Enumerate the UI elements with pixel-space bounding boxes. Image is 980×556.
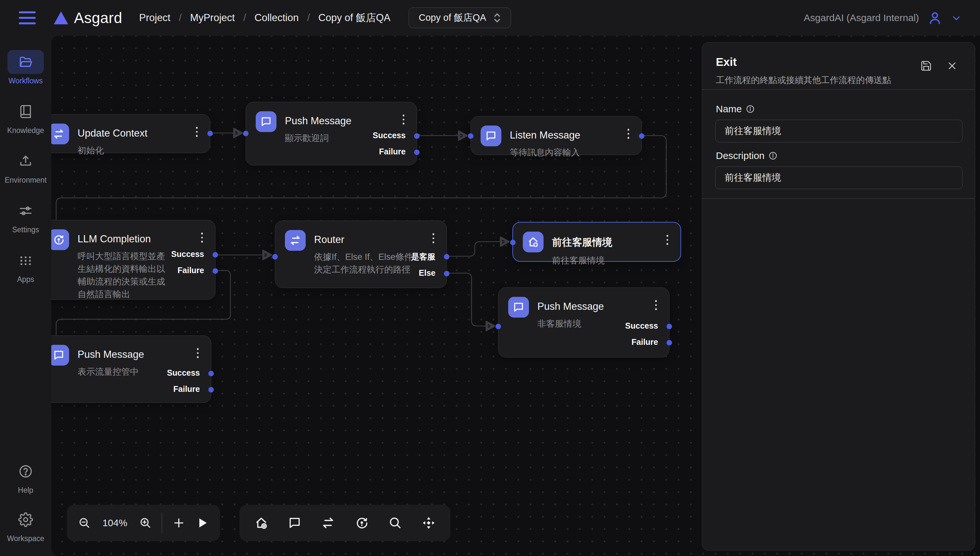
message-bubble-icon [480,126,501,146]
edge-router-iskefu-exit[interactable] [447,242,507,256]
input-port[interactable] [495,324,501,329]
node-menu-button[interactable] [200,231,204,244]
breadcrumb-collection[interactable]: Collection [254,12,299,24]
node-llm-completion[interactable]: LLM Completion 呼叫大型語言模型並產生結構化的資料輸出以輔助流程的… [51,220,215,300]
output-port[interactable] [207,131,213,136]
node-title: Router [314,230,416,246]
info-icon[interactable] [746,105,755,113]
swap-arrows-icon [285,230,306,251]
message-bubble-icon [256,111,277,132]
breadcrumb-separator: / [179,12,182,24]
output-port-failure[interactable] [414,150,420,155]
updown-chevrons-icon [493,12,501,23]
book-icon [8,100,44,124]
node-subtitle: 呼叫大型語言模型並產生結構化的資料輸出以輔助流程的決策或生成自然語言輸出 [78,250,172,301]
breadcrumb-separator: / [307,12,310,24]
close-icon[interactable] [946,60,958,72]
breadcrumb-myproject[interactable]: MyProject [190,12,235,24]
breadcrumb-project[interactable]: Project [139,12,170,24]
zoom-in-button[interactable] [139,516,152,529]
breadcrumb-current[interactable]: Copy of 飯店QA [319,11,390,25]
output-port-success[interactable] [208,371,214,376]
router-node-tool-icon[interactable] [320,516,336,530]
run-button[interactable] [196,516,209,530]
node-menu-button[interactable] [401,113,406,126]
search-tool-icon[interactable] [388,516,403,530]
edge-router-else-pushmessage[interactable] [447,273,493,326]
info-icon[interactable] [768,151,778,160]
node-listen-message[interactable]: Listen Message 等待訊息內容輸入 [471,116,642,155]
toolbar-divider [162,512,162,533]
output-label-success: Success [373,131,406,140]
node-menu-button[interactable] [196,347,200,359]
sidebar-item-settings[interactable]: Settings [8,199,44,234]
node-menu-button[interactable] [626,128,631,140]
workflow-selector[interactable]: Copy of 飯店QA [409,8,511,28]
node-exit-go-customer-service[interactable]: 前往客服情境 前往客服情境 [513,222,681,262]
output-port[interactable] [639,133,644,139]
sidebar-item-workspace[interactable]: Workspace [7,508,44,543]
node-push-message-welcome[interactable]: Push Message 顯示歡迎詞 Success Failure [246,102,417,165]
node-subtitle: 顯示歡迎詞 [285,132,351,145]
sidebar-item-environment[interactable]: Environment [5,149,47,184]
output-port-success[interactable] [213,252,218,257]
llm-node-tool-icon[interactable] [354,516,369,530]
input-port[interactable] [243,131,249,136]
output-port-success[interactable] [666,324,672,329]
output-port-failure[interactable] [213,268,218,274]
zoom-out-button[interactable] [78,516,91,529]
node-title: LLM Completion [78,230,172,245]
node-subtitle: 表示流量控管中 [78,365,144,378]
node-push-message-non-cs[interactable]: Push Message 非客服情境 Success Failure [498,288,670,357]
gear-icon [8,508,44,532]
node-update-context[interactable]: Update Context 初始化 [51,114,210,153]
node-menu-button[interactable] [195,126,199,138]
description-field[interactable] [715,166,962,189]
sidebar-item-workflows[interactable]: Workflows [8,50,44,85]
input-port[interactable] [272,254,278,260]
panel-divider [702,89,975,90]
output-port-failure[interactable] [666,340,672,346]
sidebar-item-label: Help [18,486,33,495]
output-label-else: Else [419,268,435,278]
node-menu-button[interactable] [665,234,670,246]
node-router[interactable]: Router 依據If、Else If、Else條件決定工作流程執行的路徑 是客… [275,221,447,288]
folder-icon [8,50,44,74]
chevron-down-icon[interactable] [951,12,962,23]
help-circle-icon [8,459,44,483]
node-subtitle: 初始化 [78,144,147,157]
save-icon[interactable] [920,60,932,72]
output-port-else[interactable] [444,271,450,276]
sidebar-item-apps[interactable]: Apps [8,249,44,284]
output-label-success: Success [167,368,200,378]
sidebar-item-help[interactable]: Help [8,459,44,495]
node-menu-button[interactable] [431,232,436,245]
header-account-area: AsgardAI (Asgard Internal) [804,10,962,25]
output-port-success[interactable] [414,133,420,139]
output-port-failure[interactable] [208,387,214,393]
message-node-tool-icon[interactable] [288,516,302,530]
output-label-iskefu: 是客服 [411,251,435,262]
sidebar: Workflows Knowledge Environment [0,36,51,556]
add-button[interactable] [172,516,186,530]
name-field[interactable] [715,120,962,142]
input-port[interactable] [468,133,474,139]
sliders-icon [8,199,44,223]
node-push-message-throttle[interactable]: Push Message 表示流量控管中 Success Failure [51,335,211,403]
pan-move-tool-icon[interactable] [421,516,436,530]
logo[interactable]: Asgard [53,9,122,27]
exit-node-tool-icon[interactable] [254,516,269,530]
sidebar-item-knowledge[interactable]: Knowledge [7,100,44,135]
node-palette-toolbar [239,505,450,541]
node-subtitle: 非客服情境 [537,318,604,330]
node-title: Push Message [537,297,604,312]
input-port[interactable] [510,240,516,245]
menu-hamburger-icon[interactable] [19,11,36,24]
message-bubble-icon [51,345,69,365]
output-port-iskefu[interactable] [444,254,450,260]
output-label-failure: Failure [178,266,204,275]
sidebar-item-label: Environment [5,176,47,184]
user-icon[interactable] [927,10,942,25]
workflow-selector-value: Copy of 飯店QA [419,11,486,24]
node-menu-button[interactable] [654,299,658,311]
